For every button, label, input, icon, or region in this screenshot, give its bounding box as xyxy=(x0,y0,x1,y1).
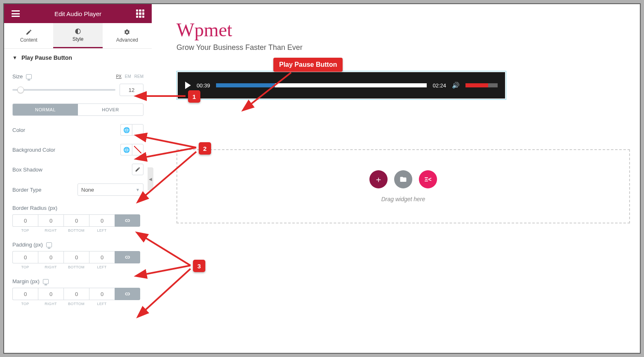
editor-sidebar: Edit Audio Player Content Style Advanced… xyxy=(4,4,152,353)
editor-title: Edit Audio Player xyxy=(54,10,101,17)
tab-content-label: Content xyxy=(20,37,38,43)
tab-style[interactable]: Style xyxy=(53,23,102,48)
style-panel: Size PX EM REM NORMAL HOVER Color xyxy=(4,67,152,314)
padding-right[interactable] xyxy=(38,251,63,263)
globe-icon[interactable]: 🌐 xyxy=(120,144,132,155)
desktop-icon[interactable] xyxy=(43,279,49,284)
boxshadow-label: Box Shadow xyxy=(12,167,42,173)
color-label: Color xyxy=(12,127,25,133)
menu-icon[interactable] xyxy=(12,10,20,17)
border-radius-inputs: TOP RIGHT BOTTOM LEFT xyxy=(12,214,143,233)
caret-down-icon: ▼ xyxy=(12,55,17,61)
radius-link[interactable] xyxy=(115,214,140,227)
brand-subtitle: Grow Your Business Faster Than Ever xyxy=(176,43,630,52)
tab-advanced[interactable]: Advanced xyxy=(103,23,152,48)
dropzone-text: Drag widget here xyxy=(381,196,425,202)
padding-top[interactable] xyxy=(12,251,38,263)
margin-left[interactable] xyxy=(89,288,115,300)
margin-inputs: TOP RIGHT BOTTOM LEFT xyxy=(12,288,143,306)
brand-title: Wpmet xyxy=(176,19,630,41)
editor-topbar: Edit Audio Player xyxy=(4,4,152,23)
section-title: Play Pause Button xyxy=(21,54,72,61)
boxshadow-edit[interactable] xyxy=(132,164,143,175)
slider-thumb[interactable] xyxy=(17,87,24,93)
padding-left[interactable] xyxy=(89,251,115,263)
margin-right[interactable] xyxy=(38,288,63,300)
state-normal[interactable]: NORMAL xyxy=(13,104,78,115)
template-button[interactable] xyxy=(394,170,412,188)
globe-icon[interactable]: 🌐 xyxy=(120,124,132,136)
margin-link[interactable] xyxy=(115,288,140,300)
link-icon xyxy=(124,291,131,297)
desktop-icon[interactable] xyxy=(46,242,52,247)
audio-player-widget[interactable]: 00:39 02:24 🔊 xyxy=(176,71,506,100)
radius-top[interactable] xyxy=(12,214,38,227)
border-radius-label: Border Radius (px) xyxy=(12,205,57,211)
widget-dropzone[interactable]: ＋ Ξ< Drag widget here xyxy=(176,149,630,223)
chevron-down-icon: ▼ xyxy=(136,188,140,192)
apps-icon[interactable] xyxy=(136,9,144,18)
pencil-icon xyxy=(135,167,141,172)
color-swatch[interactable] xyxy=(132,124,143,136)
unit-px[interactable]: PX xyxy=(116,74,121,79)
preview-canvas: Wpmet Grow Your Business Faster Than Eve… xyxy=(152,4,640,353)
link-icon xyxy=(124,217,131,224)
folder-icon xyxy=(400,176,407,183)
editor-tabs: Content Style Advanced xyxy=(4,23,152,49)
volume-icon[interactable]: 🔊 xyxy=(452,82,460,89)
margin-label: Margin (px) xyxy=(12,278,40,284)
margin-top[interactable] xyxy=(12,288,38,300)
bordertype-label: Border Type xyxy=(12,187,42,193)
desktop-icon[interactable] xyxy=(26,74,32,79)
progress-fill xyxy=(216,83,275,87)
tab-content[interactable]: Content xyxy=(4,23,53,48)
bgcolor-label: Background Color xyxy=(12,147,55,153)
elementskit-button[interactable]: Ξ< xyxy=(419,170,437,188)
progress-bar[interactable] xyxy=(216,83,427,87)
current-time: 00:39 xyxy=(197,82,210,89)
contrast-icon xyxy=(75,28,81,35)
pencil-icon xyxy=(26,29,32,35)
bordertype-select[interactable]: None ▼ xyxy=(78,183,143,196)
audio-player: 00:39 02:24 🔊 xyxy=(178,72,505,99)
padding-bottom[interactable] xyxy=(63,251,89,263)
radius-bottom[interactable] xyxy=(63,214,89,227)
radius-left[interactable] xyxy=(89,214,115,227)
padding-inputs: TOP RIGHT BOTTOM LEFT xyxy=(12,251,143,269)
size-input[interactable] xyxy=(120,84,143,96)
padding-label: Padding (px) xyxy=(12,242,43,248)
size-slider[interactable] xyxy=(12,89,115,91)
size-label: Size xyxy=(12,73,23,80)
bordertype-value: None xyxy=(81,187,94,193)
annotation-num-3: 3 xyxy=(193,260,205,272)
unit-em[interactable]: EM xyxy=(125,74,131,79)
tab-advanced-label: Advanced xyxy=(116,37,138,43)
annotation-num-2: 2 xyxy=(199,142,211,155)
bgcolor-swatch[interactable] xyxy=(132,144,143,155)
state-hover[interactable]: HOVER xyxy=(78,104,143,115)
annotation-callout: Play Pause Button xyxy=(273,58,343,72)
volume-fill xyxy=(465,83,488,87)
radius-right[interactable] xyxy=(38,214,63,227)
padding-link[interactable] xyxy=(115,251,140,263)
unit-rem[interactable]: REM xyxy=(134,74,143,79)
section-play-pause[interactable]: ▼ Play Pause Button xyxy=(4,49,152,67)
total-time: 02:24 xyxy=(432,82,446,89)
margin-bottom[interactable] xyxy=(63,288,89,300)
play-button[interactable] xyxy=(185,82,191,89)
volume-bar[interactable] xyxy=(465,83,498,87)
gear-icon xyxy=(124,29,130,35)
link-icon xyxy=(124,254,131,261)
add-section-button[interactable]: ＋ xyxy=(369,170,388,188)
tab-style-label: Style xyxy=(73,36,84,42)
size-units: PX EM REM xyxy=(116,74,143,79)
sidebar-collapse[interactable]: ◀ xyxy=(148,167,153,190)
annotation-num-1: 1 xyxy=(188,90,200,103)
